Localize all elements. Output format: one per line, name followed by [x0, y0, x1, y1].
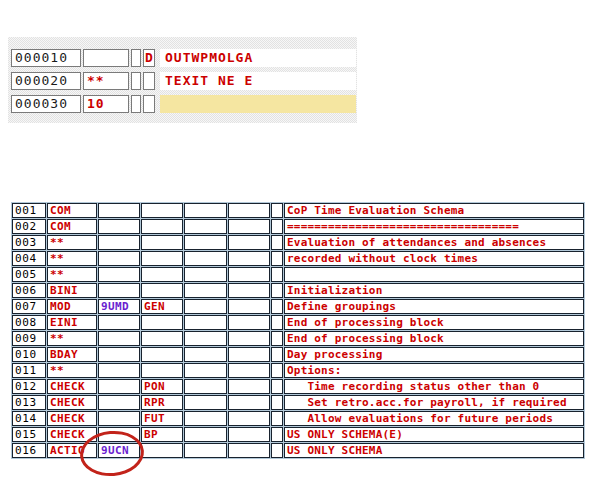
flag-cell[interactable] [271, 427, 283, 442]
param1-cell[interactable] [98, 283, 140, 298]
param1-cell[interactable] [98, 427, 140, 442]
param2-cell[interactable] [141, 331, 183, 346]
operation-cell[interactable]: CHECK [47, 379, 97, 394]
flag-cell[interactable] [271, 283, 283, 298]
value-field[interactable] [83, 49, 129, 67]
param1-cell[interactable] [98, 235, 140, 250]
param4-cell[interactable] [228, 219, 270, 234]
flag-cell[interactable] [271, 363, 283, 378]
flag-cell[interactable] [271, 443, 283, 458]
description-cell[interactable]: Options: [284, 363, 584, 378]
line-number-field[interactable]: 000010 [11, 49, 81, 67]
description-cell[interactable]: End of processing block [284, 331, 584, 346]
flag-cell[interactable] [271, 411, 283, 426]
description-cell[interactable]: recorded without clock times [284, 251, 584, 266]
line-number-cell[interactable]: 015 [12, 427, 46, 442]
value-field[interactable]: ** [83, 72, 129, 90]
flag-cell[interactable] [271, 315, 283, 330]
param4-cell[interactable] [228, 315, 270, 330]
param3-cell[interactable] [184, 363, 227, 378]
flag-cell[interactable] [271, 299, 283, 314]
value-field[interactable]: 10 [83, 95, 129, 113]
param4-cell[interactable] [228, 411, 270, 426]
line-number-cell[interactable]: 009 [12, 331, 46, 346]
param2-cell[interactable] [141, 443, 183, 458]
description-cell[interactable]: Set retro.acc.for payroll, if required [284, 395, 584, 410]
operation-cell[interactable]: CHECK [47, 395, 97, 410]
param1-cell[interactable] [98, 251, 140, 266]
param2-cell[interactable] [141, 347, 183, 362]
flag-cell[interactable] [271, 379, 283, 394]
description-cell[interactable]: Day processing [284, 347, 584, 362]
param4-cell[interactable] [228, 331, 270, 346]
operation-cell[interactable]: ** [47, 235, 97, 250]
line-number-cell[interactable]: 001 [12, 203, 46, 218]
param2-cell[interactable] [141, 283, 183, 298]
param4-cell[interactable] [228, 283, 270, 298]
flag-field-1[interactable] [131, 72, 141, 90]
param3-cell[interactable] [184, 443, 227, 458]
param3-cell[interactable] [184, 299, 227, 314]
operation-cell[interactable]: CHECK [47, 427, 97, 442]
param1-cell[interactable] [98, 395, 140, 410]
param3-cell[interactable] [184, 315, 227, 330]
param1-cell[interactable] [98, 203, 140, 218]
param3-cell[interactable] [184, 331, 227, 346]
line-number-cell[interactable]: 011 [12, 363, 46, 378]
description-cell[interactable]: US ONLY SCHEMA [284, 443, 584, 458]
param2-cell[interactable] [141, 267, 183, 282]
param3-cell[interactable] [184, 267, 227, 282]
param3-cell[interactable] [184, 235, 227, 250]
description-cell[interactable]: Initialization [284, 283, 584, 298]
operation-cell[interactable]: MOD [47, 299, 97, 314]
description-cell[interactable]: End of processing block [284, 315, 584, 330]
param1-cell[interactable] [98, 379, 140, 394]
flag-cell[interactable] [271, 251, 283, 266]
param3-cell[interactable] [184, 283, 227, 298]
operation-cell[interactable]: COM [47, 203, 97, 218]
flag-cell[interactable] [271, 331, 283, 346]
operation-cell[interactable]: BDAY [47, 347, 97, 362]
flag-field-1[interactable] [131, 95, 141, 113]
param4-cell[interactable] [228, 251, 270, 266]
flag-cell[interactable] [271, 235, 283, 250]
param3-cell[interactable] [184, 347, 227, 362]
param2-cell[interactable]: GEN [141, 299, 183, 314]
statement-field[interactable]: OUTWPMOLGA [160, 49, 356, 67]
param3-cell[interactable] [184, 251, 227, 266]
line-number-cell[interactable]: 002 [12, 219, 46, 234]
description-cell[interactable]: ================================== [284, 219, 584, 234]
description-cell[interactable]: Define groupings [284, 299, 584, 314]
param1-cell[interactable]: 9UMD [98, 299, 140, 314]
param1-cell[interactable] [98, 411, 140, 426]
param2-cell[interactable] [141, 235, 183, 250]
param3-cell[interactable] [184, 203, 227, 218]
flag-cell[interactable] [271, 219, 283, 234]
line-number-cell[interactable]: 005 [12, 267, 46, 282]
description-cell[interactable] [284, 267, 584, 282]
flag-field-2[interactable]: D [143, 49, 155, 67]
line-number-cell[interactable]: 010 [12, 347, 46, 362]
param2-cell[interactable] [141, 219, 183, 234]
flag-field-2[interactable] [143, 95, 155, 113]
description-cell[interactable]: Allow evaluations for future periods [284, 411, 584, 426]
param4-cell[interactable] [228, 203, 270, 218]
param4-cell[interactable] [228, 443, 270, 458]
param3-cell[interactable] [184, 379, 227, 394]
statement-field[interactable] [160, 95, 356, 113]
param4-cell[interactable] [228, 267, 270, 282]
param3-cell[interactable] [184, 219, 227, 234]
param4-cell[interactable] [228, 299, 270, 314]
description-cell[interactable]: CoP Time Evaluation Schema [284, 203, 584, 218]
param1-cell[interactable] [98, 267, 140, 282]
flag-cell[interactable] [271, 395, 283, 410]
param4-cell[interactable] [228, 363, 270, 378]
param4-cell[interactable] [228, 379, 270, 394]
param2-cell[interactable] [141, 363, 183, 378]
param3-cell[interactable] [184, 427, 227, 442]
operation-cell[interactable]: ** [47, 331, 97, 346]
line-number-field[interactable]: 000030 [11, 95, 81, 113]
line-number-cell[interactable]: 016 [12, 443, 46, 458]
param2-cell[interactable] [141, 251, 183, 266]
line-number-cell[interactable]: 003 [12, 235, 46, 250]
